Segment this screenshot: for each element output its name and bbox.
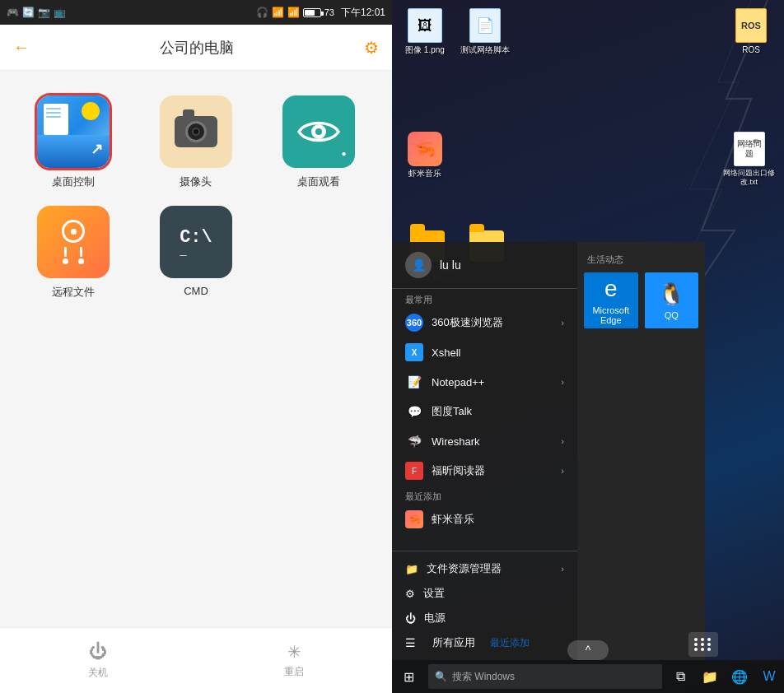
menu-item-foxit[interactable]: F 福昕阅读器 › [392, 456, 577, 486]
app-grid: ↗ 桌面控制 摄像头 [0, 71, 392, 627]
settings-button[interactable]: ⚙ [364, 38, 379, 58]
app-item-desktop-watch[interactable]: ● 桌面观看 [261, 95, 376, 189]
icon2: 🔄 [22, 7, 35, 18]
wireshark-label: Wireshark [432, 435, 553, 448]
qq-icon: 🐧 [658, 281, 684, 307]
desktop-control-label: 桌面控制 [52, 174, 95, 189]
menu-item-power[interactable]: ⏻ 电源 [392, 606, 577, 630]
signal-icon: 📶 [287, 7, 300, 18]
back-button[interactable]: ← [13, 38, 30, 57]
status-bar: 🎮 🔄 📷 📺 🎧 📶 📶 73 下午12:01 [0, 0, 392, 25]
camera-icon[interactable] [160, 95, 232, 168]
tudotalk-icon: 💬 [405, 402, 423, 421]
image-file-icon: 🖼 [408, 8, 442, 43]
foxit-arrow-icon: › [561, 466, 564, 476]
headphone-icon: 🎧 [256, 7, 268, 18]
taskbar-word[interactable]: W [754, 660, 784, 693]
explorer-label: 文件资源管理器 [427, 561, 502, 576]
notepad-icon: 📝 [405, 373, 423, 391]
tile-qq[interactable]: 🐧 QQ [645, 272, 699, 328]
menu-item-tudotalk[interactable]: 💬 图度Talk [392, 397, 577, 426]
xshell-label: Xshell [432, 346, 564, 359]
recently-added-badge: 最近添加 [490, 636, 530, 650]
ros-label: ROS [742, 45, 760, 55]
desktop-icon-shrimp-music[interactable]: 🦐 虾米音乐 [400, 132, 450, 179]
network-txt-label: 网络问题出口修改.txt [722, 169, 776, 187]
user-name: lu lu [440, 258, 461, 272]
desktop-watch-label: 桌面观看 [297, 174, 340, 189]
wireshark-icon: 🦈 [405, 432, 423, 450]
taskbar-chrome[interactable]: 🌐 [725, 660, 754, 693]
menu-item-shrimp[interactable]: 🦐 虾米音乐 [392, 505, 577, 534]
camera-label: 摄像头 [180, 174, 212, 189]
app-header: ← 公司的电脑 ⚙ [0, 25, 392, 71]
power-icon: ⏻ [405, 612, 416, 625]
restart-label: 重启 [284, 665, 304, 679]
cmd-icon[interactable]: C:\_ [160, 206, 232, 278]
360-icon: 360 [405, 314, 423, 332]
notepad-label: Notepad++ [432, 376, 553, 388]
edge-icon: e [604, 276, 618, 302]
app-item-camera[interactable]: 摄像头 [139, 95, 254, 189]
desktop-icon-network-txt[interactable]: 网络问题 ✏ 网络问题出口修改.txt [722, 132, 776, 187]
search-icon: 🔍 [435, 671, 447, 682]
right-panel: 🖼 图像 1.png ROS ROS 📄 测试网络脚本 🦐 虾米音乐 网络问题 … [392, 0, 784, 693]
notepad-arrow-icon: › [561, 377, 564, 387]
app-item-remote-file[interactable]: 远程文件 [16, 206, 131, 300]
desktop-icon-ros[interactable]: ROS ROS [726, 8, 776, 55]
start-menu: 👤 lu lu 最常用 360 360极速浏览器 › X Xshell 📝 No… [392, 242, 705, 660]
shrimp-menu-icon: 🦐 [405, 510, 423, 528]
explorer-arrow: › [561, 564, 564, 574]
menu-item-360[interactable]: 360 360极速浏览器 › [392, 308, 577, 337]
ros-icon: ROS [735, 8, 767, 43]
restart-button[interactable]: ✳ 重启 [284, 642, 304, 679]
desktop-icon-network-script[interactable]: 📄 测试网络脚本 [458, 8, 511, 55]
status-time: 下午12:01 [341, 6, 385, 20]
keyboard-button[interactable] [688, 632, 718, 657]
list-icon: ☰ [405, 636, 416, 649]
menu-item-wireshark[interactable]: 🦈 Wireshark › [392, 426, 577, 456]
taskbar-file-explorer[interactable]: 📁 [695, 660, 725, 693]
tile-row: e Microsoft Edge 🐧 QQ [584, 272, 698, 328]
tile-edge[interactable]: e Microsoft Edge [584, 272, 638, 328]
start-button[interactable]: ⊞ [392, 660, 425, 693]
tiles-title: 生活动态 [584, 250, 698, 272]
start-menu-bottom: 📁 文件资源管理器 › ⚙ 设置 ⏻ 电源 ☰ 所有应用 [392, 551, 577, 660]
menu-item-settings[interactable]: ⚙ 设置 [392, 581, 577, 606]
cmd-label: CMD [184, 285, 208, 297]
shutdown-button[interactable]: ⏻ 关机 [88, 641, 108, 680]
bottom-bar: ⏻ 关机 ✳ 重启 [0, 627, 392, 693]
remote-file-label: 远程文件 [52, 285, 95, 300]
360-label: 360极速浏览器 [432, 315, 553, 330]
left-panel: 🎮 🔄 📷 📺 🎧 📶 📶 73 下午12:01 ← 公司的电脑 ⚙ [0, 0, 392, 693]
user-avatar: 👤 [405, 252, 432, 278]
wifi-icon: 📶 [272, 7, 284, 18]
desktop-icon-image1[interactable]: 🖼 图像 1.png [400, 8, 450, 55]
pencil-icon: ✏ [753, 136, 761, 147]
start-menu-inner: 👤 lu lu 最常用 360 360极速浏览器 › X Xshell 📝 No… [392, 242, 705, 660]
qq-label: QQ [665, 310, 679, 320]
arrow-icon: › [561, 318, 564, 328]
shrimp-menu-label: 虾米音乐 [432, 512, 564, 527]
foxit-label: 福昕阅读器 [432, 463, 553, 478]
section-title-recent: 最近添加 [392, 486, 577, 505]
xshell-icon: X [405, 343, 423, 361]
desktop-control-icon[interactable]: ↗ [37, 95, 110, 168]
restart-icon: ✳ [287, 642, 301, 662]
status-icons-left: 🎮 🔄 📷 📺 [7, 7, 66, 18]
app-item-cmd[interactable]: C:\_ CMD [139, 206, 254, 300]
dots-grid [694, 638, 712, 651]
remote-file-icon[interactable] [37, 206, 110, 278]
menu-item-all-apps[interactable]: ☰ 所有应用 最近添加 [392, 630, 577, 655]
menu-item-explorer[interactable]: 📁 文件资源管理器 › [392, 556, 577, 581]
taskbar-search[interactable]: 🔍 搜索 Windows [428, 664, 662, 689]
scroll-up-button[interactable]: ^ [567, 640, 609, 660]
menu-item-xshell[interactable]: X Xshell [392, 337, 577, 367]
tudotalk-label: 图度Talk [432, 404, 564, 419]
shutdown-label: 关机 [88, 666, 108, 680]
desktop-watch-icon[interactable]: ● [282, 95, 355, 168]
app-item-desktop-control[interactable]: ↗ 桌面控制 [16, 95, 131, 189]
menu-item-notepad[interactable]: 📝 Notepad++ › [392, 367, 577, 397]
settings-gear-icon: ⚙ [405, 588, 415, 600]
taskbar-task-view[interactable]: ⧉ [665, 660, 695, 693]
